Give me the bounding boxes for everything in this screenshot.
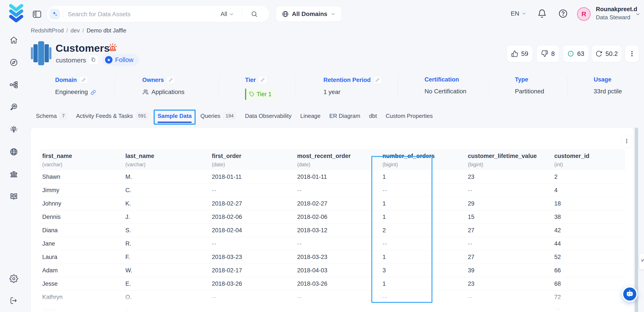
redshift-icon	[31, 41, 52, 67]
table-cell: J.	[123, 214, 209, 220]
user-profile[interactable]: Rounakpreet.d Data Steward	[596, 6, 637, 21]
breadcrumb: RedshiftProd/dev/Demo dbt Jaffle	[31, 27, 126, 34]
table-cell: 38	[552, 214, 625, 220]
sidebar-item-domains-globe-icon[interactable]	[10, 147, 18, 156]
table-cell: --	[380, 187, 465, 194]
table-cell: 2018-03-26	[294, 280, 380, 287]
follow-button[interactable]: ★ Follow	[102, 54, 139, 66]
link-icon	[90, 89, 96, 95]
chevron-down-icon[interactable]	[635, 12, 641, 17]
scrollbar-thumb[interactable]	[635, 127, 638, 312]
user-avatar[interactable]: R	[577, 7, 590, 21]
tier-badge[interactable]: Tier 1	[245, 89, 276, 100]
edit-pencil-icon[interactable]	[373, 76, 382, 84]
tab-sample-data[interactable]: Sample Data	[158, 113, 192, 119]
notifications-bell-icon[interactable]	[537, 9, 547, 19]
column-header-most_recent_order: most_recent_order(date)	[294, 149, 380, 170]
table-cell: R.	[123, 240, 209, 247]
sidebar-item-settings-gear-icon[interactable]	[10, 274, 18, 283]
globe-icon	[282, 11, 289, 18]
table-cell: 74	[552, 307, 625, 312]
assistant-chat-button[interactable]	[622, 286, 637, 301]
asset-qualified-name: customers	[56, 57, 86, 64]
divider	[219, 75, 219, 98]
divider	[398, 75, 398, 98]
breadcrumb-item[interactable]: Demo dbt Jaffle	[87, 27, 126, 34]
table-cell: F.	[123, 254, 209, 260]
search-input[interactable]: Search for Data Assets	[68, 11, 130, 18]
column-type: (bigint)	[382, 162, 465, 168]
global-search[interactable]: Search for Data Assets All	[47, 6, 269, 22]
tab-queries[interactable]: Queries194	[200, 112, 236, 120]
edit-pencil-icon[interactable]	[80, 76, 88, 84]
ai-sparkle-icon[interactable]	[50, 9, 60, 19]
table-cell: --	[209, 294, 294, 300]
table-row: HarryA.--------74	[40, 304, 625, 312]
sidebar-item-governance-bank-icon[interactable]	[10, 170, 18, 179]
table-more-actions-button[interactable]	[622, 134, 632, 148]
sidebar-item-logout-icon[interactable]	[10, 296, 18, 305]
metadata-value[interactable]: Engineering	[55, 89, 96, 96]
sidebar-item-home-icon[interactable]	[10, 36, 18, 45]
dislikes-button[interactable]: 8	[536, 45, 559, 62]
sidebar-item-compass-icon[interactable]	[10, 58, 18, 67]
sidebar-item-glossary-book-icon[interactable]	[10, 192, 18, 201]
likes-button[interactable]: 59	[507, 45, 532, 62]
metadata-value[interactable]: Applications	[142, 89, 184, 96]
table-cell: 39	[465, 267, 552, 274]
table-cell: 18	[552, 200, 625, 207]
all-domains-dropdown[interactable]: All Domains	[276, 7, 341, 22]
column-type: (bigint)	[468, 162, 552, 168]
column-header-customer_lifetime_value: customer_lifetime_value(bigint)	[465, 149, 552, 170]
asset-more-actions-button[interactable]	[625, 45, 639, 62]
sidebar-item-lineage-flow-icon[interactable]	[10, 80, 18, 89]
tab-activity-feeds-tasks[interactable]: Activity Feeds & Tasks591	[76, 112, 149, 120]
table-cell: Adam	[40, 267, 123, 274]
sidebar-item-discovery-magnifier-eye-icon[interactable]	[10, 103, 18, 111]
tab-label: ER Diagram	[329, 113, 360, 119]
tab-data-observability[interactable]: Data Observability	[245, 113, 292, 119]
tab-label: Lineage	[300, 113, 320, 119]
tab-lineage[interactable]: Lineage	[300, 113, 320, 119]
table-cell: 2018-01-11	[209, 174, 294, 180]
atlan-logo[interactable]	[8, 3, 24, 25]
column-header-customer_id: customer_id(int)	[552, 149, 625, 170]
language-dropdown[interactable]: EN	[511, 10, 527, 17]
popularity-button[interactable]: 63	[563, 45, 589, 62]
sidebar-item-insights-bulb-icon[interactable]	[10, 125, 18, 134]
sidebar-toggle-icon[interactable]	[32, 9, 42, 19]
metadata-domain: DomainEngineering	[55, 76, 96, 96]
metadata-label: Domain	[55, 77, 77, 83]
tab-bar: Schema7Activity Feeds & Tasks591Sample D…	[36, 110, 433, 122]
table-row: AdamW.2018-02-172018-04-0333966	[40, 264, 625, 277]
active-tab-underline	[158, 122, 192, 123]
table-cell: --	[465, 187, 552, 194]
edit-pencil-icon[interactable]	[258, 76, 267, 84]
copy-name-button[interactable]	[88, 55, 98, 65]
table-cell: 2018-03-23	[294, 254, 380, 260]
metadata-label: Usage	[594, 76, 612, 83]
popularity-target-icon	[567, 50, 574, 57]
help-icon[interactable]	[558, 9, 568, 19]
cursor-icon	[640, 258, 644, 264]
table-row: JaneR.--------44	[40, 237, 625, 250]
table-cell: --	[294, 307, 380, 312]
breadcrumb-item[interactable]: RedshiftProd	[31, 27, 64, 34]
tab-custom-properties[interactable]: Custom Properties	[386, 113, 433, 119]
edge-floating-card[interactable]	[639, 253, 644, 269]
table-cell: Harry	[40, 307, 123, 312]
edit-pencil-icon[interactable]	[166, 76, 175, 84]
table-cell: 68	[552, 280, 625, 287]
tab-er-diagram[interactable]: ER Diagram	[329, 113, 360, 119]
tab-schema[interactable]: Schema7	[36, 112, 68, 120]
divider	[488, 75, 488, 98]
table-header-row: first_name(varchar)last_name(varchar)fir…	[40, 149, 625, 170]
breadcrumb-item[interactable]: dev	[71, 27, 80, 34]
tab-dbt[interactable]: dbt	[369, 113, 377, 119]
refresh-icon	[596, 50, 602, 57]
tab-label: Data Observability	[245, 113, 292, 119]
table-cell: --	[465, 294, 552, 300]
search-scope-dropdown[interactable]: All	[220, 11, 234, 18]
score-button[interactable]: 50.2	[592, 45, 622, 62]
search-icon[interactable]	[251, 11, 258, 18]
